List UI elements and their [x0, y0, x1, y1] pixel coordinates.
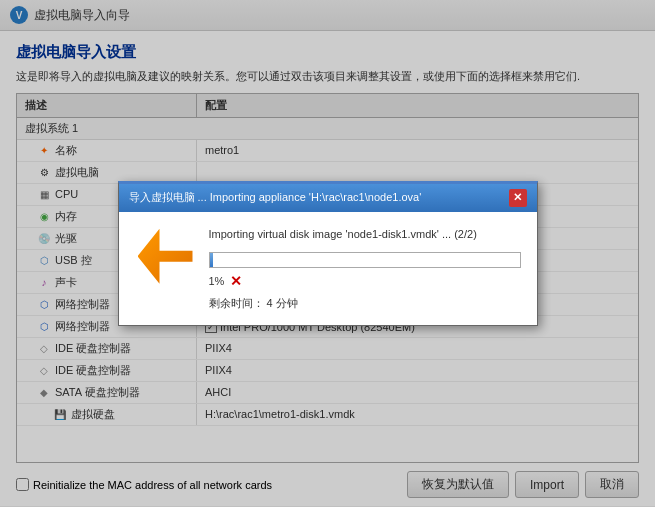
progress-bar-fill — [210, 253, 213, 267]
progress-percent: 1% — [209, 275, 225, 287]
progress-bar-container — [209, 252, 521, 268]
modal-title-bar: 导入虚拟电脑 ... Importing appliance 'H:\rac\r… — [119, 184, 537, 212]
modal-body: Importing virtual disk image 'node1-disk… — [119, 212, 537, 326]
import-progress-modal: 导入虚拟电脑 ... Importing appliance 'H:\rac\r… — [118, 181, 538, 327]
modal-message: Importing virtual disk image 'node1-disk… — [209, 226, 521, 243]
arrow-shape — [138, 229, 193, 284]
time-value: 4 分钟 — [267, 297, 298, 309]
modal-close-button[interactable]: ✕ — [509, 189, 527, 207]
import-arrow-icon — [135, 226, 195, 286]
cancel-progress-button[interactable]: ✕ — [230, 274, 242, 288]
time-label: 剩余时间： — [209, 297, 264, 309]
progress-row: 1% ✕ — [209, 274, 521, 288]
modal-overlay: 导入虚拟电脑 ... Importing appliance 'H:\rac\r… — [0, 0, 655, 507]
time-remaining: 剩余时间： 4 分钟 — [209, 296, 521, 311]
modal-title: 导入虚拟电脑 ... Importing appliance 'H:\rac\r… — [129, 190, 422, 205]
modal-content: Importing virtual disk image 'node1-disk… — [209, 226, 521, 312]
